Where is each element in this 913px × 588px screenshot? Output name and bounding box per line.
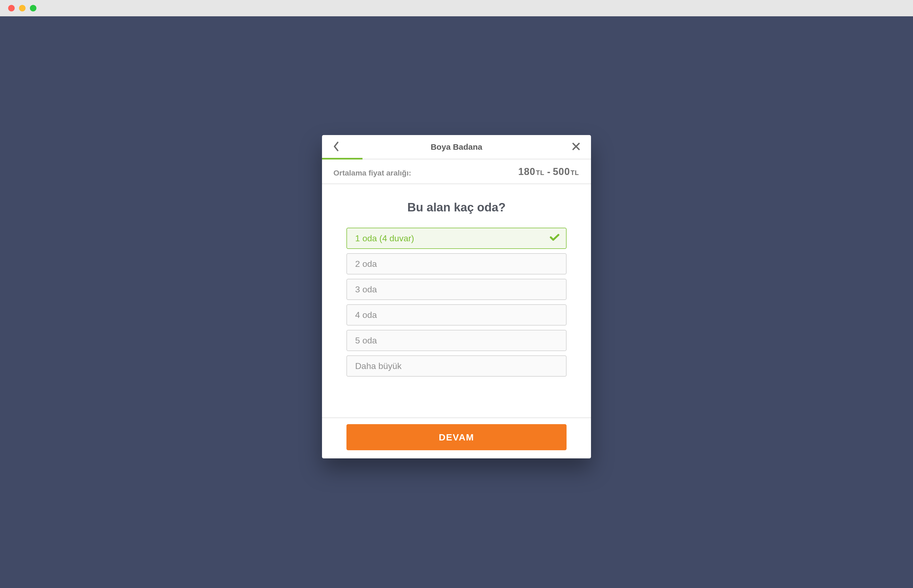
option-label: 3 oda	[355, 284, 377, 294]
price-separator: -	[547, 166, 551, 178]
question-heading: Bu alan kaç oda?	[322, 184, 591, 228]
spacer	[322, 376, 591, 417]
price-range-value: 180TL - 500TL	[518, 166, 580, 178]
app-background: Boya Badana Ortalama fiyat aralığı: 180T…	[0, 16, 913, 588]
option-label: Daha büyük	[355, 361, 402, 371]
option-label: 4 oda	[355, 310, 377, 320]
modal-footer: DEVAM	[322, 418, 591, 459]
option-4-oda[interactable]: 4 oda	[346, 304, 567, 326]
modal-header: Boya Badana	[322, 135, 591, 160]
window-zoom-traffic-light[interactable]	[30, 5, 36, 11]
option-5-oda[interactable]: 5 oda	[346, 330, 567, 351]
option-2-oda[interactable]: 2 oda	[346, 253, 567, 275]
option-1-oda[interactable]: 1 oda (4 duvar)	[346, 228, 567, 249]
modal-title: Boya Badana	[431, 142, 482, 152]
service-question-modal: Boya Badana Ortalama fiyat aralığı: 180T…	[322, 135, 591, 459]
window-close-traffic-light[interactable]	[8, 5, 15, 11]
price-max: 500	[553, 166, 570, 178]
option-label: 1 oda (4 duvar)	[355, 233, 414, 244]
option-daha-buyuk[interactable]: Daha büyük	[346, 355, 567, 376]
close-icon	[572, 142, 580, 152]
option-label: 2 oda	[355, 259, 377, 269]
progress-bar	[322, 158, 362, 160]
window-minimize-traffic-light[interactable]	[19, 5, 26, 11]
currency-label: TL	[570, 169, 579, 177]
currency-label: TL	[536, 169, 544, 177]
options-list: 1 oda (4 duvar) 2 oda 3 oda	[322, 228, 591, 376]
chevron-left-icon	[333, 141, 339, 153]
continue-button[interactable]: DEVAM	[346, 424, 567, 450]
price-range-row: Ortalama fiyat aralığı: 180TL - 500TL	[322, 160, 591, 184]
check-icon	[550, 233, 559, 244]
option-3-oda[interactable]: 3 oda	[346, 279, 567, 300]
close-button[interactable]	[569, 140, 583, 154]
price-range-label: Ortalama fiyat aralığı:	[333, 169, 411, 178]
back-button[interactable]	[329, 140, 343, 154]
continue-button-label: DEVAM	[439, 432, 474, 443]
option-label: 5 oda	[355, 336, 377, 346]
window-titlebar	[0, 0, 913, 16]
price-min: 180	[518, 166, 535, 178]
